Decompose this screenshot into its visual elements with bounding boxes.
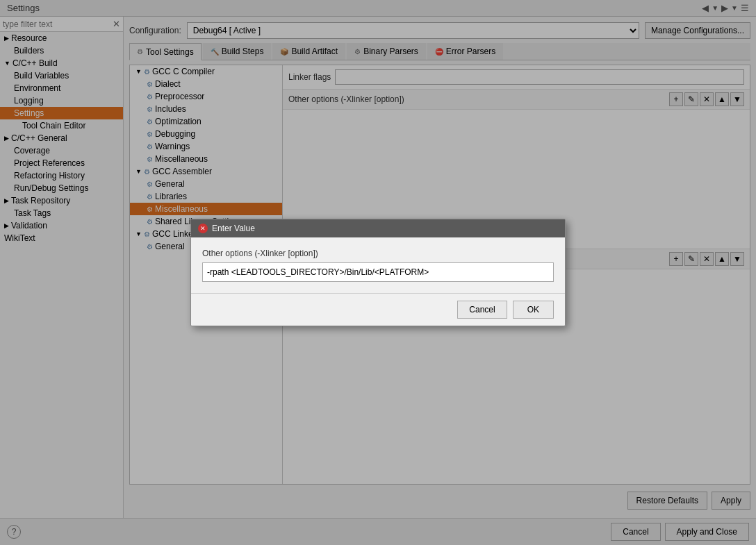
modal-title: Enter Value [212,224,255,233]
modal-input[interactable] [202,262,554,282]
modal-field-label: Other options (-Xlinker [option]) [202,249,554,258]
modal-ok-button[interactable]: OK [513,301,554,319]
modal-close-icon[interactable]: ✕ [198,224,208,233]
modal-body: Other options (-Xlinker [option]) [191,237,565,293]
modal-overlay: ✕ Enter Value Other options (-Xlinker [o… [0,0,756,545]
modal-titlebar: ✕ Enter Value [191,219,565,237]
enter-value-modal: ✕ Enter Value Other options (-Xlinker [o… [190,219,566,326]
modal-cancel-button[interactable]: Cancel [457,301,507,319]
modal-footer: Cancel OK [191,293,565,326]
